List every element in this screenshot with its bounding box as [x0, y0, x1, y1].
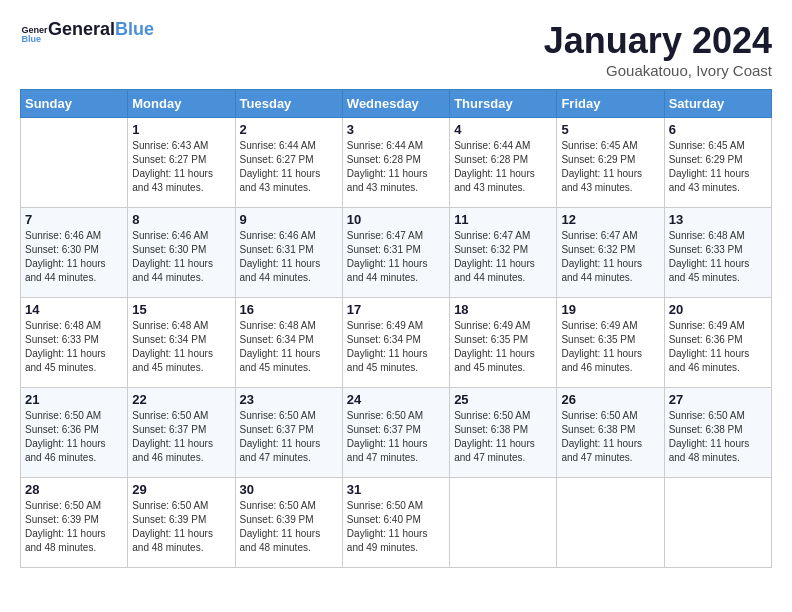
day-info: Sunrise: 6:45 AMSunset: 6:29 PMDaylight:…: [561, 139, 659, 195]
day-number: 23: [240, 392, 338, 407]
weekday-header-sunday: Sunday: [21, 90, 128, 118]
day-number: 10: [347, 212, 445, 227]
weekday-header-tuesday: Tuesday: [235, 90, 342, 118]
calendar-week-row: 7Sunrise: 6:46 AMSunset: 6:30 PMDaylight…: [21, 208, 772, 298]
day-number: 28: [25, 482, 123, 497]
day-info: Sunrise: 6:49 AMSunset: 6:36 PMDaylight:…: [669, 319, 767, 375]
logo: General Blue: [20, 20, 48, 48]
day-info: Sunrise: 6:50 AMSunset: 6:39 PMDaylight:…: [25, 499, 123, 555]
day-info: Sunrise: 6:48 AMSunset: 6:34 PMDaylight:…: [132, 319, 230, 375]
logo-general: General: [48, 19, 115, 39]
calendar-cell: 15Sunrise: 6:48 AMSunset: 6:34 PMDayligh…: [128, 298, 235, 388]
calendar-cell: 26Sunrise: 6:50 AMSunset: 6:38 PMDayligh…: [557, 388, 664, 478]
day-info: Sunrise: 6:50 AMSunset: 6:37 PMDaylight:…: [240, 409, 338, 465]
svg-text:General: General: [21, 25, 48, 35]
calendar-cell: 5Sunrise: 6:45 AMSunset: 6:29 PMDaylight…: [557, 118, 664, 208]
calendar-cell: 24Sunrise: 6:50 AMSunset: 6:37 PMDayligh…: [342, 388, 449, 478]
day-info: Sunrise: 6:44 AMSunset: 6:28 PMDaylight:…: [454, 139, 552, 195]
page-header: General Blue GeneralBlue January 2024 Go…: [20, 20, 772, 79]
day-number: 4: [454, 122, 552, 137]
day-number: 26: [561, 392, 659, 407]
day-info: Sunrise: 6:46 AMSunset: 6:30 PMDaylight:…: [132, 229, 230, 285]
day-info: Sunrise: 6:46 AMSunset: 6:31 PMDaylight:…: [240, 229, 338, 285]
calendar-cell: 19Sunrise: 6:49 AMSunset: 6:35 PMDayligh…: [557, 298, 664, 388]
calendar-cell: 4Sunrise: 6:44 AMSunset: 6:28 PMDaylight…: [450, 118, 557, 208]
day-info: Sunrise: 6:49 AMSunset: 6:34 PMDaylight:…: [347, 319, 445, 375]
day-number: 3: [347, 122, 445, 137]
calendar-week-row: 1Sunrise: 6:43 AMSunset: 6:27 PMDaylight…: [21, 118, 772, 208]
day-number: 5: [561, 122, 659, 137]
logo-icon: General Blue: [20, 20, 48, 48]
day-number: 19: [561, 302, 659, 317]
title-area: January 2024 Gouakatouo, Ivory Coast: [154, 20, 772, 79]
calendar-cell: 18Sunrise: 6:49 AMSunset: 6:35 PMDayligh…: [450, 298, 557, 388]
day-number: 7: [25, 212, 123, 227]
day-number: 12: [561, 212, 659, 227]
day-number: 21: [25, 392, 123, 407]
weekday-header-saturday: Saturday: [664, 90, 771, 118]
calendar-cell: [21, 118, 128, 208]
day-info: Sunrise: 6:50 AMSunset: 6:39 PMDaylight:…: [132, 499, 230, 555]
logo-text-area: GeneralBlue: [48, 20, 154, 38]
calendar-cell: 11Sunrise: 6:47 AMSunset: 6:32 PMDayligh…: [450, 208, 557, 298]
day-number: 14: [25, 302, 123, 317]
weekday-header-friday: Friday: [557, 90, 664, 118]
calendar-cell: 20Sunrise: 6:49 AMSunset: 6:36 PMDayligh…: [664, 298, 771, 388]
calendar-cell: 29Sunrise: 6:50 AMSunset: 6:39 PMDayligh…: [128, 478, 235, 568]
day-info: Sunrise: 6:50 AMSunset: 6:38 PMDaylight:…: [454, 409, 552, 465]
day-number: 13: [669, 212, 767, 227]
day-number: 17: [347, 302, 445, 317]
day-number: 25: [454, 392, 552, 407]
weekday-header-wednesday: Wednesday: [342, 90, 449, 118]
day-number: 16: [240, 302, 338, 317]
day-number: 1: [132, 122, 230, 137]
weekday-header-thursday: Thursday: [450, 90, 557, 118]
day-info: Sunrise: 6:50 AMSunset: 6:39 PMDaylight:…: [240, 499, 338, 555]
calendar-subtitle: Gouakatouo, Ivory Coast: [154, 62, 772, 79]
day-info: Sunrise: 6:50 AMSunset: 6:38 PMDaylight:…: [561, 409, 659, 465]
calendar-cell: [664, 478, 771, 568]
calendar-cell: 21Sunrise: 6:50 AMSunset: 6:36 PMDayligh…: [21, 388, 128, 478]
calendar-cell: 7Sunrise: 6:46 AMSunset: 6:30 PMDaylight…: [21, 208, 128, 298]
day-info: Sunrise: 6:50 AMSunset: 6:37 PMDaylight:…: [347, 409, 445, 465]
day-info: Sunrise: 6:45 AMSunset: 6:29 PMDaylight:…: [669, 139, 767, 195]
day-number: 22: [132, 392, 230, 407]
calendar-week-row: 28Sunrise: 6:50 AMSunset: 6:39 PMDayligh…: [21, 478, 772, 568]
logo-blue: Blue: [115, 19, 154, 39]
weekday-header-row: SundayMondayTuesdayWednesdayThursdayFrid…: [21, 90, 772, 118]
calendar-cell: 22Sunrise: 6:50 AMSunset: 6:37 PMDayligh…: [128, 388, 235, 478]
calendar-cell: 17Sunrise: 6:49 AMSunset: 6:34 PMDayligh…: [342, 298, 449, 388]
day-info: Sunrise: 6:49 AMSunset: 6:35 PMDaylight:…: [454, 319, 552, 375]
day-info: Sunrise: 6:46 AMSunset: 6:30 PMDaylight:…: [25, 229, 123, 285]
calendar-cell: 31Sunrise: 6:50 AMSunset: 6:40 PMDayligh…: [342, 478, 449, 568]
day-info: Sunrise: 6:50 AMSunset: 6:37 PMDaylight:…: [132, 409, 230, 465]
svg-text:Blue: Blue: [21, 34, 41, 44]
day-info: Sunrise: 6:47 AMSunset: 6:32 PMDaylight:…: [561, 229, 659, 285]
calendar-cell: 2Sunrise: 6:44 AMSunset: 6:27 PMDaylight…: [235, 118, 342, 208]
calendar-cell: 6Sunrise: 6:45 AMSunset: 6:29 PMDaylight…: [664, 118, 771, 208]
day-number: 2: [240, 122, 338, 137]
calendar-cell: 9Sunrise: 6:46 AMSunset: 6:31 PMDaylight…: [235, 208, 342, 298]
calendar-cell: [557, 478, 664, 568]
calendar-cell: 12Sunrise: 6:47 AMSunset: 6:32 PMDayligh…: [557, 208, 664, 298]
calendar-cell: 16Sunrise: 6:48 AMSunset: 6:34 PMDayligh…: [235, 298, 342, 388]
day-info: Sunrise: 6:43 AMSunset: 6:27 PMDaylight:…: [132, 139, 230, 195]
day-info: Sunrise: 6:50 AMSunset: 6:36 PMDaylight:…: [25, 409, 123, 465]
day-number: 15: [132, 302, 230, 317]
day-number: 31: [347, 482, 445, 497]
calendar-cell: 27Sunrise: 6:50 AMSunset: 6:38 PMDayligh…: [664, 388, 771, 478]
calendar-cell: 3Sunrise: 6:44 AMSunset: 6:28 PMDaylight…: [342, 118, 449, 208]
calendar-cell: 25Sunrise: 6:50 AMSunset: 6:38 PMDayligh…: [450, 388, 557, 478]
day-info: Sunrise: 6:47 AMSunset: 6:32 PMDaylight:…: [454, 229, 552, 285]
calendar-week-row: 21Sunrise: 6:50 AMSunset: 6:36 PMDayligh…: [21, 388, 772, 478]
day-info: Sunrise: 6:48 AMSunset: 6:33 PMDaylight:…: [25, 319, 123, 375]
calendar-table: SundayMondayTuesdayWednesdayThursdayFrid…: [20, 89, 772, 568]
day-number: 24: [347, 392, 445, 407]
calendar-cell: 28Sunrise: 6:50 AMSunset: 6:39 PMDayligh…: [21, 478, 128, 568]
day-number: 6: [669, 122, 767, 137]
day-number: 27: [669, 392, 767, 407]
day-number: 9: [240, 212, 338, 227]
day-info: Sunrise: 6:48 AMSunset: 6:33 PMDaylight:…: [669, 229, 767, 285]
calendar-week-row: 14Sunrise: 6:48 AMSunset: 6:33 PMDayligh…: [21, 298, 772, 388]
day-info: Sunrise: 6:50 AMSunset: 6:38 PMDaylight:…: [669, 409, 767, 465]
